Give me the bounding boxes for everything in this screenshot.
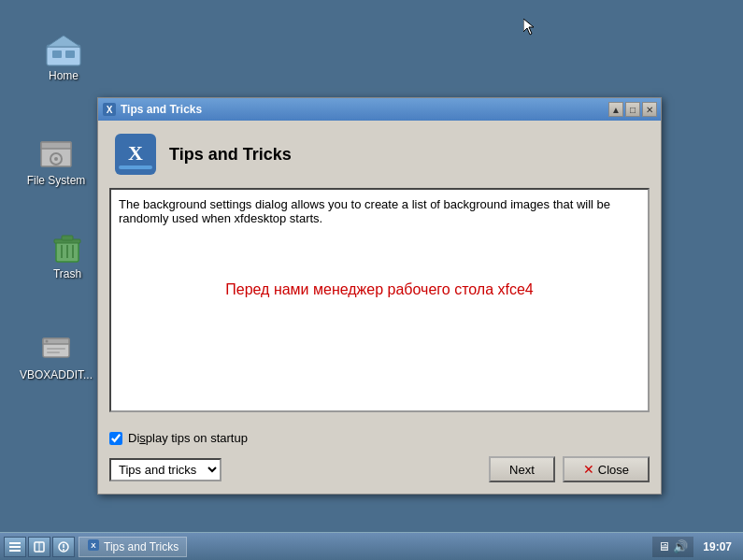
dialog-header: X Tips and Tricks [98, 121, 661, 188]
taskbar-left [0, 537, 79, 557]
taskbar-menu-btn-1[interactable] [4, 537, 26, 557]
svg-rect-6 [41, 142, 71, 149]
svg-text:X: X [128, 141, 143, 165]
next-button[interactable]: Next [489, 456, 555, 482]
display-tips-checkbox-row: Display tips on startup [98, 424, 661, 449]
svg-point-17 [46, 340, 49, 343]
taskbar-clock: 19:07 [697, 540, 737, 553]
svg-marker-2 [47, 36, 80, 47]
svg-rect-4 [65, 50, 75, 58]
svg-point-33 [63, 549, 64, 551]
svg-rect-1 [47, 47, 80, 65]
close-button[interactable]: ✕ Close [563, 456, 650, 482]
taskbar-btn-3[interactable] [52, 537, 75, 557]
trash-icon-label: Trash [53, 267, 81, 280]
filesystem-icon-label: File System [27, 174, 86, 187]
home-icon-label: Home [49, 69, 79, 82]
taskbar: X Tips and Tricks 🖥 🔊 19:07 [0, 532, 743, 560]
svg-rect-28 [9, 550, 21, 552]
taskbar-btn-2[interactable] [28, 537, 50, 557]
titlebar-buttons: ▲ □ ✕ [608, 102, 657, 117]
trash-icon [49, 228, 86, 266]
display-tips-checkbox[interactable] [109, 432, 122, 445]
taskbar-app-tips[interactable]: X Tips and Tricks [79, 537, 187, 557]
svg-marker-20 [523, 19, 534, 35]
desktop-icon-home[interactable]: Home [26, 26, 101, 86]
dialog-title: Tips and Tricks [121, 103, 202, 116]
dialog-header-title: Tips and Tricks [169, 145, 292, 165]
close-button-label: Close [598, 463, 629, 477]
svg-rect-25 [119, 165, 152, 169]
tips-and-tricks-dialog: X Tips and Tricks ▲ □ ✕ X Tips and Trick… [97, 97, 662, 495]
svg-text:X: X [107, 105, 113, 115]
svg-rect-11 [62, 236, 73, 240]
svg-rect-19 [47, 352, 60, 353]
vboxadditions-icon [37, 329, 75, 366]
titlebar-minimize-button[interactable]: ▲ [608, 102, 623, 117]
tips-textbox[interactable]: The background settings dialog allows yo… [109, 188, 650, 412]
filesystem-icon [37, 135, 75, 172]
svg-rect-27 [9, 546, 21, 548]
svg-rect-26 [9, 542, 21, 544]
mouse-cursor [523, 19, 535, 36]
svg-rect-18 [47, 348, 65, 350]
volume-icon: 🔊 [673, 539, 688, 553]
display-tips-label[interactable]: Display tips on startup [128, 431, 248, 445]
dialog-content: The background settings dialog allows yo… [98, 188, 661, 424]
taskbar-right: 🖥 🔊 19:07 [652, 537, 743, 557]
taskbar-app-label: Tips and Tricks [104, 540, 179, 553]
desktop-icon-filesystem[interactable]: File System [19, 131, 93, 191]
dialog-titlebar: X Tips and Tricks ▲ □ ✕ [98, 98, 661, 121]
vboxadditions-icon-label: VBOXADDIT... [20, 368, 93, 381]
network-icon: 🖥 [658, 539, 670, 553]
titlebar-maximize-button[interactable]: □ [625, 102, 640, 117]
desktop-icon-vboxadditions[interactable]: VBOXADDIT... [19, 325, 93, 385]
tips-russian-text: Перед нами менеджер рабочего стола xfce4 [119, 281, 640, 298]
svg-text:X: X [91, 541, 96, 550]
svg-rect-3 [52, 50, 62, 58]
titlebar-close-button[interactable]: ✕ [642, 102, 657, 117]
taskbar-systray: 🖥 🔊 [652, 537, 693, 557]
dialog-app-icon: X [102, 102, 117, 117]
home-folder-icon [45, 30, 82, 67]
close-icon: ✕ [583, 462, 594, 477]
taskbar-app-icon: X [87, 538, 100, 554]
tips-content-text: The background settings dialog allows yo… [119, 197, 640, 225]
svg-point-8 [54, 157, 58, 161]
desktop-icon-trash[interactable]: Trash [30, 224, 105, 284]
titlebar-left: X Tips and Tricks [102, 102, 202, 117]
dialog-header-icon: X [113, 132, 158, 177]
dialog-buttons-row: Tips and tricks Next ✕ Close [98, 449, 661, 494]
tips-category-dropdown[interactable]: Tips and tricks [109, 458, 221, 481]
